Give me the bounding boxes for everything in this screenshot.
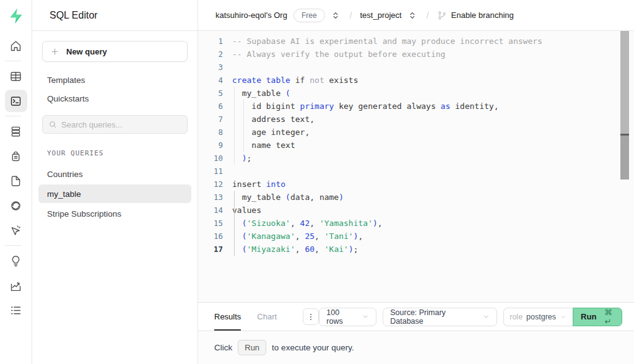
sidebar-link-templates[interactable]: Templates: [42, 71, 188, 89]
results-tabs: ResultsChart: [214, 303, 277, 331]
chevron-down-icon: [482, 313, 490, 321]
nav-reports-icon[interactable]: [5, 274, 27, 297]
code-text: ('Sizuoka', 42, 'Yamashita'),: [223, 217, 383, 230]
nav-logs-icon[interactable]: [5, 299, 27, 321]
code-text: [223, 61, 232, 74]
query-item[interactable]: my_table: [38, 184, 191, 203]
edge-functions-icon: [9, 199, 22, 212]
code-text: -- Always verify the output before execu…: [223, 48, 445, 61]
page-title: SQL Editor: [50, 10, 98, 21]
hint-suffix: to execute your query.: [272, 343, 354, 352]
code-text: age integer,: [223, 126, 310, 139]
results-empty-hint: Click Run to execute your query.: [198, 331, 634, 364]
editor-scrollbar-thumb[interactable]: [620, 136, 629, 180]
code-line: 17 ('Miyazaki', 60, 'Kai');: [198, 243, 634, 256]
chevron-up-down-icon: [408, 11, 417, 20]
code-lines: 1-- Supabase AI is experimental and may …: [198, 31, 634, 256]
line-number: 13: [198, 191, 223, 204]
code-text: [223, 165, 232, 178]
code-text: my_table (data, name): [223, 191, 344, 204]
line-number: 7: [198, 113, 223, 126]
source-select[interactable]: Source: Primary Database: [383, 308, 497, 326]
search-icon: [48, 120, 57, 129]
sidebar-menu: TemplatesQuickstarts: [42, 71, 188, 108]
project-name[interactable]: test_project: [360, 11, 402, 20]
project-switcher-button[interactable]: [406, 9, 419, 22]
nav-storage-icon[interactable]: [5, 170, 27, 192]
code-text: create table if not exists: [223, 74, 358, 87]
line-number: 1: [198, 35, 223, 48]
line-number: 15: [198, 217, 223, 230]
line-number: 17: [198, 243, 223, 256]
query-item[interactable]: Countries: [38, 165, 191, 183]
line-number: 11: [198, 165, 223, 178]
role-value: postgres: [526, 313, 556, 321]
query-list: Countriesmy_tableStripe Subscriptions: [38, 165, 191, 223]
advisors-icon: [9, 254, 22, 267]
nav-advisors-icon[interactable]: [5, 249, 27, 272]
code-text: address text,: [223, 113, 315, 126]
git-branch-icon: [437, 11, 447, 20]
nav-database-icon[interactable]: [5, 120, 27, 142]
code-line: 12insert into: [198, 178, 634, 191]
nav-edge-functions-icon[interactable]: [5, 194, 27, 217]
results-toolbar: ResultsChart 100 rows Source: Primary Da…: [198, 302, 634, 331]
code-line: 14values: [198, 204, 634, 217]
indent-guide: [234, 87, 235, 165]
code-text: id bigint primary key generated always a…: [223, 100, 499, 113]
new-query-label: New query: [66, 47, 107, 56]
org-name[interactable]: katsuhiro-eqol's Org: [215, 11, 287, 20]
supabase-logo-icon[interactable]: [7, 7, 25, 25]
enable-branching-button[interactable]: Enable branching: [437, 11, 514, 20]
code-line: 16 ('Kanagawa', 25, 'Tani'),: [198, 230, 634, 243]
code-line: 7 address text,: [198, 113, 634, 126]
role-label: role: [510, 313, 523, 321]
tab-results[interactable]: Results: [214, 303, 241, 331]
plan-badge: Free: [293, 9, 325, 22]
code-line: 8 age integer,: [198, 126, 634, 139]
run-button[interactable]: Run ⌘ ↵: [573, 308, 622, 326]
project-breadcrumb-bar: katsuhiro-eqol's Org Free / test_project…: [198, 0, 634, 31]
app-window: SQL Editor New query TemplatesQuickstart…: [0, 0, 634, 364]
rows-limit-select[interactable]: 100 rows: [319, 308, 376, 326]
code-line: 15 ('Sizuoka', 42, 'Yamashita'),: [198, 217, 634, 230]
search-queries-box[interactable]: [42, 115, 188, 134]
chevron-down-icon: [560, 313, 567, 321]
org-switcher-button[interactable]: [329, 9, 342, 22]
code-text: values: [223, 204, 261, 217]
sql-editor-sidebar: SQL Editor New query TemplatesQuickstart…: [32, 0, 198, 364]
new-query-button[interactable]: New query: [42, 41, 188, 62]
nav-authentication-icon[interactable]: [5, 145, 27, 167]
nav-rail: [0, 0, 32, 364]
code-line: 4create table if not exists: [198, 74, 634, 87]
line-number: 4: [198, 74, 223, 87]
nav-home-icon[interactable]: [5, 35, 27, 57]
more-options-button[interactable]: [303, 308, 319, 325]
plus-icon: [50, 47, 59, 56]
breadcrumb-separator: /: [350, 11, 352, 20]
tab-chart[interactable]: Chart: [257, 303, 277, 331]
authentication-icon: [9, 150, 22, 163]
sidebar-link-quickstarts[interactable]: Quickstarts: [42, 89, 188, 108]
query-item[interactable]: Stripe Subscriptions: [38, 204, 191, 223]
code-text: ('Kanagawa', 25, 'Tani'),: [223, 230, 363, 243]
nav-sql-editor-icon[interactable]: [5, 90, 27, 112]
code-line: 10 );: [198, 152, 634, 165]
search-queries-input[interactable]: [61, 120, 181, 129]
role-select[interactable]: role postgres: [503, 308, 573, 326]
line-number: 2: [198, 48, 223, 61]
sql-code-editor[interactable]: 1-- Supabase AI is experimental and may …: [198, 31, 634, 302]
nav-table-editor-icon[interactable]: [5, 65, 27, 87]
code-line: 13 my_table (data, name): [198, 191, 634, 204]
code-line: 1-- Supabase AI is experimental and may …: [198, 35, 634, 48]
code-text: my_table (: [223, 87, 290, 100]
code-line: 2-- Always verify the output before exec…: [198, 48, 634, 61]
nav-realtime-icon[interactable]: [5, 219, 27, 241]
line-number: 14: [198, 204, 223, 217]
code-text: -- Supabase AI is experimental and may p…: [223, 35, 542, 48]
line-number: 10: [198, 152, 223, 165]
logs-icon: [9, 304, 22, 317]
table-editor-icon: [9, 70, 22, 83]
run-label: Run: [581, 312, 596, 321]
line-number: 16: [198, 230, 223, 243]
